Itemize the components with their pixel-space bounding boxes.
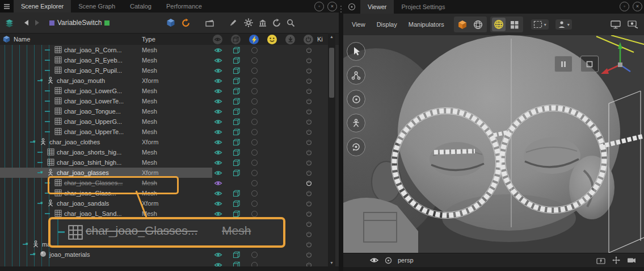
- stop-button[interactable]: [580, 56, 599, 72]
- power-toggle[interactable]: [304, 179, 314, 187]
- power-column-icon[interactable]: [304, 35, 313, 44]
- state-toggle[interactable]: [249, 210, 259, 218]
- float-panel-icon[interactable]: ◦: [314, 2, 324, 11]
- tab-project-settings[interactable]: Project Settings: [394, 0, 452, 14]
- proxy-toggle[interactable]: [231, 220, 241, 228]
- refresh-icon[interactable]: [272, 19, 281, 27]
- joint-tool-icon[interactable]: [347, 66, 365, 85]
- panels-icon[interactable]: [508, 18, 521, 31]
- expand-arrow[interactable]: ▾: [33, 251, 36, 257]
- visibility-toggle[interactable]: [213, 189, 223, 197]
- tree-row[interactable]: char_joao_R_Corn...Mesh: [0, 45, 328, 55]
- panel-splitter[interactable]: [339, 0, 343, 271]
- orbit-tool-icon[interactable]: [347, 137, 365, 156]
- proxy-toggle[interactable]: [231, 138, 241, 146]
- power-toggle[interactable]: [304, 97, 314, 105]
- back-icon[interactable]: [23, 19, 29, 26]
- power-toggle[interactable]: [304, 240, 314, 248]
- proxy-toggle[interactable]: [231, 199, 241, 207]
- layers-icon[interactable]: [5, 18, 14, 28]
- state-toggle[interactable]: [249, 118, 259, 126]
- tree-row[interactable]: [0, 229, 328, 239]
- proxy-toggle[interactable]: [231, 261, 241, 266]
- state-toggle[interactable]: [249, 251, 259, 259]
- snapshot-icon[interactable]: [596, 256, 605, 264]
- proxy-toggle[interactable]: [231, 189, 241, 197]
- shaded-cube-icon[interactable]: [456, 18, 469, 31]
- tree-row[interactable]: char_joao_R_Pupil...Mesh: [0, 65, 328, 76]
- search-icon[interactable]: [287, 19, 295, 27]
- tree-row[interactable]: char_joao_UpperTe...Mesh: [0, 127, 328, 137]
- power-toggle[interactable]: [304, 46, 314, 54]
- proxy-toggle[interactable]: [231, 251, 241, 259]
- state-toggle[interactable]: [249, 220, 259, 228]
- close-panel-icon[interactable]: ×: [327, 2, 337, 11]
- state-toggle[interactable]: [249, 169, 259, 177]
- visibility-toggle[interactable]: [213, 199, 223, 207]
- pan-track-icon[interactable]: [612, 256, 620, 264]
- proxy-toggle[interactable]: [231, 107, 241, 115]
- lighting-column-icon[interactable]: [249, 35, 259, 44]
- tab-performance[interactable]: Performance: [159, 0, 209, 12]
- tree-row[interactable]: ▾char_joao_sandalsXform: [0, 198, 328, 209]
- state-toggle[interactable]: [249, 189, 259, 197]
- power-toggle[interactable]: [304, 199, 314, 207]
- wireframe-sphere-icon[interactable]: [492, 18, 506, 31]
- menu-view[interactable]: View: [348, 21, 369, 28]
- scroll-down-arrow[interactable]: ▼: [328, 259, 335, 266]
- state-toggle[interactable]: [249, 97, 259, 105]
- current-node[interactable]: VariableSwitch: [49, 19, 110, 27]
- tree-row[interactable]: [0, 219, 328, 229]
- state-toggle[interactable]: [249, 199, 259, 207]
- import-column-icon[interactable]: [285, 35, 295, 44]
- tree-row[interactable]: char_joao_L_Sand...Mesh: [0, 209, 328, 219]
- proxy-toggle[interactable]: [231, 87, 241, 95]
- power-toggle[interactable]: [304, 189, 314, 197]
- proxy-toggle[interactable]: [231, 210, 241, 218]
- expression-column-icon[interactable]: [267, 35, 277, 44]
- visibility-toggle[interactable]: [213, 77, 223, 85]
- skeleton-tool-icon[interactable]: [347, 114, 365, 132]
- expand-arrow[interactable]: ▾: [40, 200, 43, 206]
- visibility-column-icon[interactable]: [213, 35, 222, 44]
- tree-scrollbar[interactable]: ▲ ▼: [328, 33, 335, 266]
- power-toggle[interactable]: [304, 148, 314, 156]
- state-toggle[interactable]: [249, 179, 259, 187]
- panel-options-icon[interactable]: [343, 0, 360, 14]
- scroll-up-arrow[interactable]: ▲: [328, 33, 335, 40]
- character-mode-button[interactable]: ▾: [555, 19, 572, 30]
- close-panel-icon[interactable]: ×: [633, 2, 642, 11]
- visibility-toggle[interactable]: [213, 230, 223, 238]
- sync-icon[interactable]: [181, 18, 191, 28]
- state-toggle[interactable]: [249, 107, 259, 115]
- power-toggle[interactable]: [304, 128, 314, 136]
- state-toggle[interactable]: [249, 87, 259, 95]
- camera-name-label[interactable]: persp: [398, 257, 414, 264]
- locator-icon[interactable]: [385, 257, 392, 264]
- ring-select-icon[interactable]: [347, 90, 365, 109]
- proxy-toggle[interactable]: [231, 97, 241, 105]
- visibility-toggle[interactable]: [213, 251, 223, 259]
- proxy-toggle[interactable]: [231, 128, 241, 136]
- film-camera-icon[interactable]: [627, 256, 636, 264]
- state-toggle[interactable]: [249, 138, 259, 146]
- proxy-toggle[interactable]: [231, 240, 241, 248]
- proxy-toggle[interactable]: [231, 66, 241, 74]
- visibility-toggle[interactable]: [213, 128, 223, 136]
- monitor-icon[interactable]: [609, 18, 622, 31]
- power-toggle[interactable]: [304, 261, 314, 266]
- state-toggle[interactable]: [249, 66, 259, 74]
- visibility-toggle[interactable]: [213, 66, 223, 74]
- display-capture-icon[interactable]: [626, 18, 639, 31]
- viewport-3d[interactable]: [343, 35, 644, 253]
- power-toggle[interactable]: [304, 107, 314, 115]
- power-toggle[interactable]: [304, 251, 314, 259]
- state-toggle[interactable]: [249, 46, 259, 54]
- selection-mode-button[interactable]: ▾: [531, 19, 549, 30]
- visibility-toggle[interactable]: [213, 169, 223, 177]
- power-toggle[interactable]: [304, 220, 314, 228]
- pause-button[interactable]: [554, 56, 573, 72]
- visibility-toggle[interactable]: [213, 179, 223, 187]
- proxy-toggle[interactable]: [231, 169, 241, 177]
- power-toggle[interactable]: [304, 118, 314, 126]
